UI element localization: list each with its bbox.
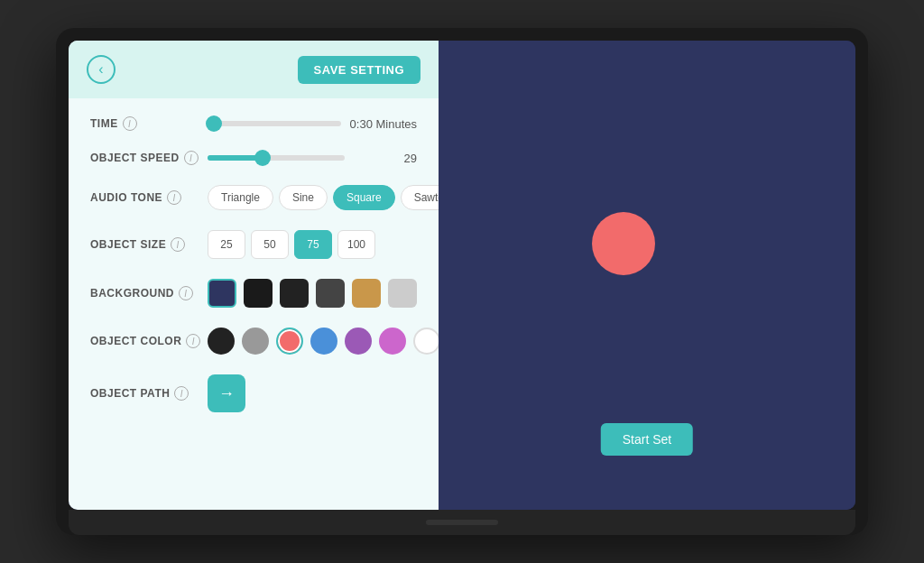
time-slider-thumb[interactable]: [206, 115, 222, 132]
color-circle-6[interactable]: [413, 328, 439, 355]
time-value: 0:30 Minutes: [350, 117, 417, 131]
start-set-button[interactable]: Start Set: [601, 423, 693, 456]
tone-btn-square[interactable]: Square: [333, 185, 395, 210]
sidebar-content: TIME i 0:30 Minutes OBJECT SPEED: [69, 98, 439, 510]
tone-btn-triangle[interactable]: Triangle: [208, 185, 273, 210]
time-info-icon[interactable]: i: [123, 116, 137, 131]
color-circle-4[interactable]: [345, 328, 372, 355]
object-path-row: OBJECT PATH i →: [90, 374, 417, 412]
tone-control: TriangleSineSquareSawtooth: [208, 185, 439, 210]
trackpad: [426, 520, 498, 525]
color-circle-0[interactable]: [208, 328, 235, 355]
bg-swatch-1[interactable]: [244, 279, 273, 308]
time-row: TIME i 0:30 Minutes: [90, 116, 417, 131]
bg-swatch-4[interactable]: [352, 279, 381, 308]
path-control: →: [208, 374, 417, 412]
color-control: [208, 328, 439, 355]
object-speed-label: OBJECT SPEED i: [90, 151, 208, 165]
object-speed-row: OBJECT SPEED i 29: [90, 151, 417, 165]
back-icon: ‹: [98, 61, 103, 78]
color-circle-1[interactable]: [242, 328, 269, 355]
speed-slider-thumb[interactable]: [254, 150, 271, 166]
size-buttons: 255075100: [208, 230, 375, 259]
arrow-right-icon: →: [218, 384, 235, 403]
object-color-label: OBJECT COLOR i: [90, 334, 208, 348]
object-color-row: OBJECT COLOR i: [90, 328, 417, 355]
moving-object: [592, 212, 655, 275]
background-row: BACKGROUND i: [90, 279, 417, 308]
time-slider-track[interactable]: [208, 121, 341, 126]
tone-btn-sawtooth[interactable]: Sawtooth: [401, 185, 439, 210]
bg-info-icon[interactable]: i: [179, 286, 193, 300]
object-size-row: OBJECT SIZE i 255075100: [90, 230, 417, 259]
size-control: 255075100: [208, 230, 417, 259]
color-circle-3[interactable]: [310, 328, 337, 355]
color-circle-2[interactable]: [276, 328, 303, 355]
bg-swatches: [208, 279, 417, 308]
speed-value: 29: [354, 152, 417, 165]
color-info-icon[interactable]: i: [186, 334, 200, 348]
size-btn-75[interactable]: 75: [294, 230, 332, 259]
speed-slider-track[interactable]: [208, 155, 345, 161]
audio-tone-label: AUDIO TONE i: [90, 190, 208, 205]
save-button[interactable]: SAVE SETTING: [298, 56, 420, 84]
bg-swatch-5[interactable]: [388, 279, 417, 308]
background-label: BACKGROUND i: [90, 286, 208, 300]
laptop-screen: ‹ SAVE SETTING TIME i 0:: [69, 41, 855, 510]
bg-swatch-3[interactable]: [316, 279, 345, 308]
tone-btn-sine[interactable]: Sine: [279, 185, 328, 210]
tone-buttons: TriangleSineSquareSawtooth: [208, 185, 439, 210]
time-label: TIME i: [90, 116, 208, 131]
laptop-frame: ‹ SAVE SETTING TIME i 0:: [56, 28, 868, 535]
sidebar-header: ‹ SAVE SETTING: [69, 41, 439, 98]
bg-swatch-2[interactable]: [280, 279, 309, 308]
color-circle-5[interactable]: [379, 328, 406, 355]
color-circles: [208, 328, 439, 355]
path-button[interactable]: →: [208, 374, 245, 412]
path-info-icon[interactable]: i: [174, 386, 189, 401]
size-btn-25[interactable]: 25: [208, 230, 245, 259]
size-info-icon[interactable]: i: [171, 237, 185, 252]
laptop-base: [69, 510, 855, 535]
speed-control: 29: [208, 152, 417, 165]
tone-info-icon[interactable]: i: [167, 190, 181, 205]
time-control: 0:30 Minutes: [208, 117, 417, 131]
audio-tone-row: AUDIO TONE i TriangleSineSquareSawtooth: [90, 185, 417, 210]
object-size-label: OBJECT SIZE i: [90, 237, 208, 252]
bg-swatch-0[interactable]: [208, 279, 236, 308]
size-btn-50[interactable]: 50: [251, 230, 289, 259]
preview-area: Start Set: [439, 41, 855, 510]
bg-control: [208, 279, 417, 308]
back-button[interactable]: ‹: [87, 55, 116, 84]
speed-info-icon[interactable]: i: [184, 151, 199, 165]
object-path-label: OBJECT PATH i: [90, 386, 208, 401]
size-btn-100[interactable]: 100: [337, 230, 375, 259]
sidebar: ‹ SAVE SETTING TIME i 0:: [69, 41, 439, 510]
